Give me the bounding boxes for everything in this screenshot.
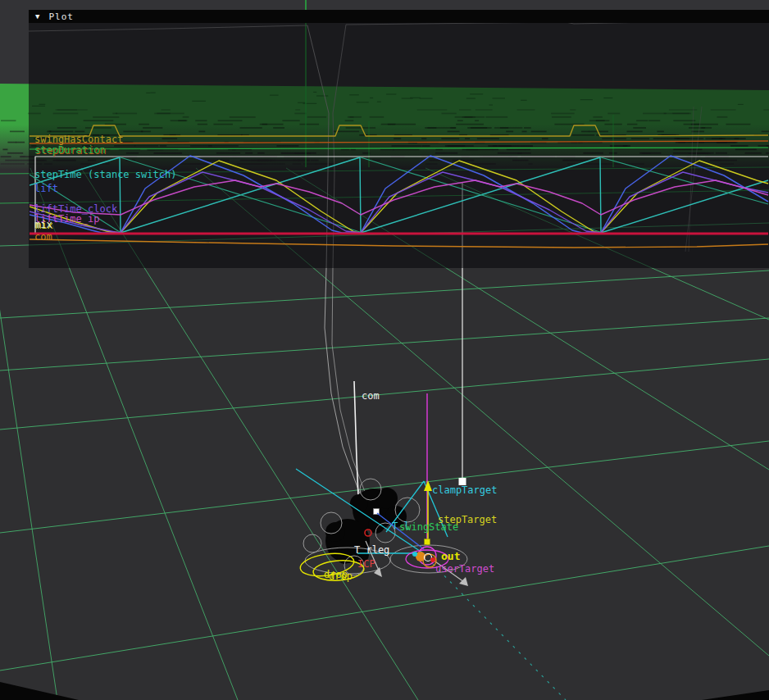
robot-3d-viewport[interactable]: ▼ Plot swingHasContactstepDurationstepDu… (0, 0, 769, 700)
plot-panel-titlebar[interactable]: ▼ Plot (29, 10, 769, 23)
collapse-triangle-icon[interactable]: ▼ (35, 12, 40, 20)
plot-panel-body[interactable] (29, 23, 769, 268)
viewport-canvas[interactable] (0, 0, 769, 700)
plot-panel-title: Plot (48, 11, 74, 22)
